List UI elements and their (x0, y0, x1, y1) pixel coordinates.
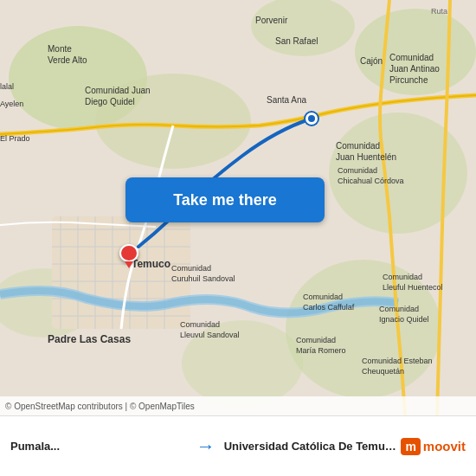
origin-name: Pumala... (10, 440, 183, 453)
destination-name: Universidad Católica De Temuco (Camp... (224, 440, 397, 453)
svg-point-4 (95, 74, 251, 169)
attribution-text: © OpenStreetMap contributors | © OpenMap… (5, 402, 195, 411)
destination-marker (119, 244, 138, 268)
bottom-bar: Pumala... → Universidad Católica De Temu… (0, 415, 476, 476)
svg-point-7 (182, 320, 303, 407)
route-destination: Universidad Católica De Temuco (Camp... (224, 440, 402, 453)
map-container: Porvenir San Rafael Cajón Santa Ana Mont… (0, 0, 476, 415)
svg-point-2 (355, 9, 476, 95)
svg-rect-9 (52, 216, 190, 329)
svg-point-6 (286, 260, 441, 398)
moovit-m-logo: m (401, 438, 420, 455)
moovit-text: moovit (423, 439, 466, 453)
origin-marker (306, 113, 318, 125)
take-me-there-button[interactable]: Take me there (125, 177, 325, 222)
route-arrow: → (196, 435, 215, 458)
map-attribution: © OpenStreetMap contributors | © OpenMap… (0, 396, 476, 415)
route-origin: Pumala... (10, 440, 188, 453)
moovit-logo: m moovit (401, 438, 466, 455)
